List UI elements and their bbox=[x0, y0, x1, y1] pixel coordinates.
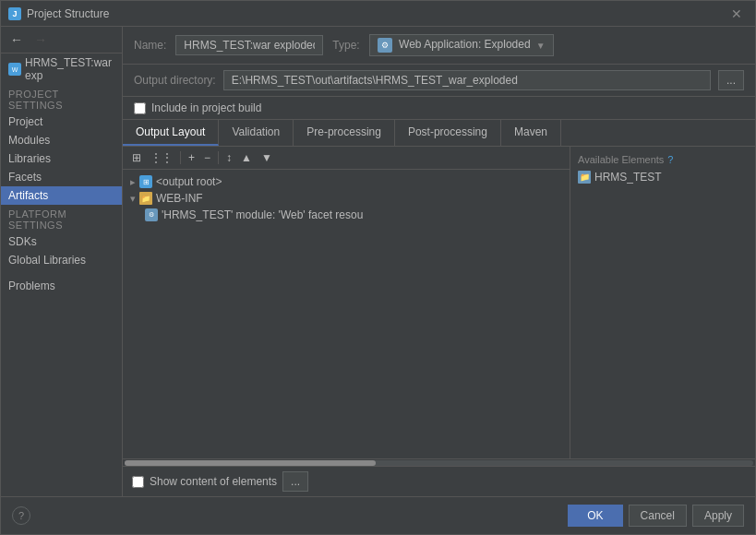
tabs-bar: Output Layout Validation Pre-processing … bbox=[123, 120, 755, 147]
platform-settings-header: Platform Settings bbox=[1, 205, 122, 232]
horizontal-scrollbar[interactable] bbox=[123, 458, 755, 466]
available-folder-icon: 📁 bbox=[578, 171, 591, 184]
footer-left: ? bbox=[12, 506, 562, 525]
project-settings-header: Project Settings bbox=[1, 85, 122, 113]
available-item-label: HRMS_TEST bbox=[594, 171, 662, 184]
scrollbar-track bbox=[125, 460, 753, 466]
sidebar-item-artifacts[interactable]: Artifacts bbox=[1, 186, 122, 205]
tree-remove-btn[interactable]: − bbox=[200, 149, 214, 166]
tree-sort-btn[interactable]: ↕ bbox=[222, 149, 235, 166]
tab-maven[interactable]: Maven bbox=[501, 120, 561, 146]
type-select[interactable]: ⚙ Web Application: Exploded ▼ bbox=[369, 34, 554, 56]
available-elements-help-icon[interactable]: ? bbox=[667, 154, 673, 165]
expand-icon: ▾ bbox=[130, 193, 136, 205]
chevron-down-icon: ▼ bbox=[536, 41, 546, 51]
dialog-footer: ? OK Cancel Apply bbox=[1, 496, 755, 534]
war-icon: W bbox=[8, 63, 21, 76]
title-bar: J Project Structure ✕ bbox=[1, 1, 755, 27]
project-structure-dialog: J Project Structure ✕ ← → W HRMS_TEST:wa… bbox=[0, 0, 756, 535]
facet-resource-icon: ⚙ bbox=[145, 208, 158, 221]
sidebar-item-libraries[interactable]: Libraries bbox=[1, 149, 122, 168]
output-dir-row: Output directory: ... bbox=[123, 65, 755, 97]
apply-button[interactable]: Apply bbox=[692, 505, 744, 527]
tree-down-btn[interactable]: ▼ bbox=[258, 149, 276, 166]
tree-node-webinf[interactable]: ▾ 📁 WEB-INF bbox=[123, 190, 570, 207]
tree-content: ▸ ⊞ <output root> ▾ 📁 WEB-INF ⚙ 'HRMS_TE… bbox=[123, 170, 570, 227]
webinf-label: WEB-INF bbox=[156, 192, 203, 205]
sidebar-item-problems[interactable]: Problems bbox=[1, 277, 122, 295]
output-dir-label: Output directory: bbox=[134, 74, 216, 87]
app-icon: J bbox=[8, 7, 21, 20]
output-dir-input[interactable] bbox=[223, 70, 711, 90]
output-root-icon: ⊞ bbox=[139, 175, 152, 188]
available-elements-area: Available Elements ? 📁 HRMS_TEST bbox=[570, 147, 755, 458]
tree-column-btn[interactable]: ⋮⋮ bbox=[147, 149, 176, 166]
bottom-bar: Show content of elements ... bbox=[123, 466, 755, 496]
tab-validation[interactable]: Validation bbox=[219, 120, 294, 146]
expand-icon: ▸ bbox=[130, 176, 136, 188]
nav-forward-button[interactable]: → bbox=[30, 30, 51, 49]
include-build-label: Include in project build bbox=[151, 101, 261, 114]
browse-button[interactable]: ... bbox=[718, 70, 744, 90]
left-panel: ← → W HRMS_TEST:war exp Project Settings… bbox=[1, 27, 123, 496]
artifact-tree-label: HRMS_TEST:war exp bbox=[25, 56, 114, 82]
sidebar-item-modules[interactable]: Modules bbox=[1, 131, 122, 149]
nav-back-button[interactable]: ← bbox=[6, 30, 27, 49]
window-title: Project Structure bbox=[27, 7, 720, 20]
cancel-button[interactable]: Cancel bbox=[629, 505, 687, 527]
available-elements-header: Available Elements ? bbox=[570, 150, 755, 169]
output-root-label: <output root> bbox=[156, 175, 222, 188]
tree-add-btn[interactable]: + bbox=[185, 149, 198, 166]
tab-post-processing[interactable]: Post-processing bbox=[395, 120, 501, 146]
tab-output-layout[interactable]: Output Layout bbox=[123, 120, 219, 146]
name-type-row: Name: Type: ⚙ Web Application: Exploded … bbox=[123, 27, 755, 65]
close-button[interactable]: ✕ bbox=[726, 5, 748, 23]
tree-layout-btn[interactable]: ⊞ bbox=[128, 149, 145, 166]
output-tree-area: ⊞ ⋮⋮ + − ↕ ▲ ▼ ▸ ⊞ bbox=[123, 147, 570, 458]
main-content: ← → W HRMS_TEST:war exp Project Settings… bbox=[1, 27, 755, 496]
scrollbar-thumb bbox=[125, 460, 376, 466]
content-area: ⊞ ⋮⋮ + − ↕ ▲ ▼ ▸ ⊞ bbox=[123, 147, 755, 458]
tree-node-output-root[interactable]: ▸ ⊞ <output root> bbox=[123, 173, 570, 190]
help-button[interactable]: ? bbox=[12, 506, 30, 525]
include-build-row: Include in project build bbox=[123, 97, 755, 120]
tab-pre-processing[interactable]: Pre-processing bbox=[294, 120, 395, 146]
show-content-ellipsis-btn[interactable]: ... bbox=[282, 471, 308, 492]
type-label: Type: bbox=[332, 39, 359, 52]
sidebar-item-project[interactable]: Project bbox=[1, 113, 122, 131]
toolbar-separator bbox=[180, 151, 181, 164]
show-content-label: Show content of elements bbox=[150, 475, 277, 488]
left-toolbar: ← → bbox=[1, 27, 122, 54]
name-label: Name: bbox=[134, 39, 166, 52]
toolbar-separator-2 bbox=[218, 151, 219, 164]
name-input[interactable] bbox=[175, 35, 323, 55]
webinf-folder-icon: 📁 bbox=[139, 192, 152, 205]
tree-node-facet-resource[interactable]: ⚙ 'HRMS_TEST' module: 'Web' facet resou bbox=[123, 207, 570, 223]
tree-up-btn[interactable]: ▲ bbox=[237, 149, 256, 166]
include-build-checkbox[interactable] bbox=[134, 102, 146, 114]
sidebar-item-facets[interactable]: Facets bbox=[1, 168, 122, 186]
sidebar-item-sdks[interactable]: SDKs bbox=[1, 232, 122, 251]
facet-resource-label: 'HRMS_TEST' module: 'Web' facet resou bbox=[162, 208, 363, 221]
show-content-checkbox[interactable] bbox=[132, 476, 144, 488]
right-panel: Name: Type: ⚙ Web Application: Exploded … bbox=[123, 27, 755, 496]
tree-toolbar: ⊞ ⋮⋮ + − ↕ ▲ ▼ bbox=[123, 147, 570, 170]
sidebar-item-global-libraries[interactable]: Global Libraries bbox=[1, 251, 122, 269]
available-item-hrms[interactable]: 📁 HRMS_TEST bbox=[570, 169, 755, 185]
ok-button[interactable]: OK bbox=[568, 505, 622, 527]
artifact-tree-item[interactable]: W HRMS_TEST:war exp bbox=[1, 54, 122, 85]
web-app-icon: ⚙ bbox=[378, 38, 392, 53]
